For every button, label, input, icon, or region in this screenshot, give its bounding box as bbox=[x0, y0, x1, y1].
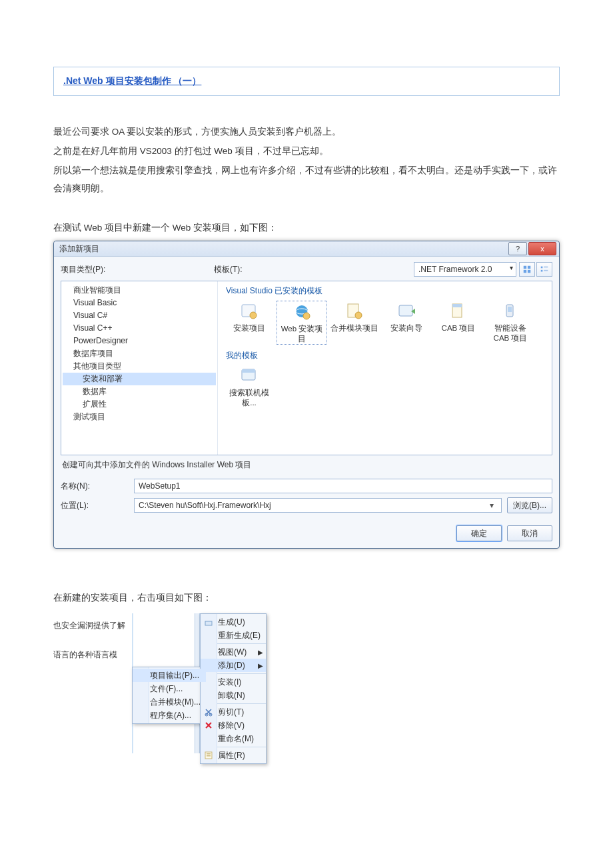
remove-icon bbox=[203, 720, 214, 731]
template-icon bbox=[396, 301, 417, 322]
my-templates-label: 我的模板 bbox=[226, 350, 546, 361]
svg-rect-18 bbox=[452, 304, 462, 307]
menu-item[interactable]: 生成(U) bbox=[201, 615, 266, 629]
svg-rect-20 bbox=[508, 307, 512, 312]
title-box: .Net Web 项目安装包制作 （一） bbox=[53, 67, 560, 96]
close-button[interactable]: x bbox=[528, 242, 556, 255]
paragraph: 在测试 Web 项目中新建一个 Web 安装项目，如下图： bbox=[53, 219, 560, 237]
template-item[interactable]: 合并模块项目 bbox=[330, 301, 379, 345]
svg-rect-4 bbox=[541, 267, 543, 269]
paragraph: 在新建的安装项目，右击项目如下图： bbox=[53, 589, 560, 607]
template-label: 模板(T): bbox=[214, 264, 414, 275]
name-label: 名称(N): bbox=[61, 481, 134, 492]
template-icon bbox=[448, 301, 469, 322]
location-combo[interactable]: C:\Steven hu\Soft\Hxj.Framework\Hxj ▾ bbox=[134, 498, 502, 513]
dialog-title: 添加新项目 bbox=[59, 243, 507, 255]
menu-item[interactable]: 添加(D)▶ bbox=[201, 659, 266, 672]
ok-button[interactable]: 确定 bbox=[456, 525, 502, 541]
tree-item[interactable]: Visual C# bbox=[63, 309, 216, 322]
svg-rect-5 bbox=[544, 267, 548, 268]
svg-point-14 bbox=[355, 312, 362, 319]
svg-rect-6 bbox=[541, 270, 543, 272]
template-icon bbox=[500, 301, 521, 322]
paragraph: 之前是在好几年前用 VS2003 的打包过 Web 项目，不过早已忘却。 bbox=[53, 142, 560, 160]
svg-rect-7 bbox=[544, 270, 548, 271]
menu-item[interactable]: 合并模块(M)... bbox=[133, 695, 206, 709]
tree-item[interactable]: 数据库 bbox=[63, 385, 216, 398]
cut-icon bbox=[203, 707, 214, 717]
svg-rect-23 bbox=[205, 621, 212, 625]
framework-combo[interactable]: .NET Framework 2.0 bbox=[414, 262, 516, 277]
template-item[interactable]: CAB 项目 bbox=[434, 301, 483, 345]
tree-item[interactable]: Visual C++ bbox=[63, 322, 216, 335]
menu-item[interactable]: 移除(V) bbox=[201, 719, 266, 732]
tree-item[interactable]: 其他项目类型 bbox=[63, 360, 216, 373]
menu-item[interactable]: 卸载(N) bbox=[201, 689, 266, 702]
template-item[interactable]: 安装项目 bbox=[225, 301, 274, 345]
dialog-titlebar[interactable]: 添加新项目 ? x bbox=[54, 241, 559, 257]
svg-rect-28 bbox=[207, 755, 211, 757]
tree-item[interactable]: 扩展性 bbox=[63, 398, 216, 411]
tree-item[interactable]: 安装和部署 bbox=[63, 373, 216, 385]
cancel-button[interactable]: 取消 bbox=[507, 525, 552, 541]
props-icon bbox=[203, 750, 214, 761]
project-type-label: 项目类型(P): bbox=[61, 264, 214, 275]
svg-rect-0 bbox=[524, 266, 526, 269]
small-icons-button[interactable] bbox=[536, 262, 552, 277]
svg-rect-1 bbox=[528, 266, 530, 269]
tree-item[interactable]: PowerDesigner bbox=[63, 335, 216, 347]
paragraph: 所以第一个想法就是使用搜索引擎查找，网上也有许多介绍，不过有些讲的比较粗，看不太… bbox=[53, 161, 560, 197]
chevron-right-icon: ▶ bbox=[258, 649, 263, 656]
background-text: 也安全漏洞提供了解 bbox=[53, 616, 132, 635]
svg-point-9 bbox=[250, 312, 257, 319]
template-item-search-online[interactable]: 搜索联机模板... bbox=[225, 365, 274, 408]
tree-item[interactable]: 测试项目 bbox=[63, 411, 216, 423]
menu-item[interactable]: 剪切(T) bbox=[201, 705, 266, 719]
template-description: 创建可向其中添加文件的 Windows Installer Web 项目 bbox=[61, 455, 552, 475]
svg-rect-15 bbox=[399, 305, 412, 316]
context-menu-figure: 也安全漏洞提供了解 语言的各种语言模 项目输出(P)... 文件(F)... 合… bbox=[53, 613, 560, 764]
template-item[interactable]: 安装向导 bbox=[382, 301, 431, 345]
installed-templates-label: Visual Studio 已安装的模板 bbox=[226, 285, 546, 297]
tree-item[interactable]: 数据库项目 bbox=[63, 347, 216, 360]
menu-item[interactable]: 文件(F)... bbox=[133, 682, 206, 695]
template-item[interactable]: 智能设备 CAB 项目 bbox=[486, 301, 535, 345]
add-project-dialog: 添加新项目 ? x 项目类型(P): 模板(T): .NET Framework… bbox=[53, 241, 560, 549]
svg-rect-27 bbox=[207, 753, 211, 755]
add-submenu[interactable]: 项目输出(P)... 文件(F)... 合并模块(M)... 程序集(A)... bbox=[132, 667, 207, 724]
background-text: 语言的各种语言模 bbox=[53, 645, 132, 664]
svg-rect-2 bbox=[524, 270, 526, 273]
location-label: 位置(L): bbox=[61, 500, 134, 511]
large-icons-button[interactable] bbox=[519, 262, 535, 277]
paragraph: 最近公司要求 OA 要以安装的形式，方便实施人员安装到客户机器上。 bbox=[53, 123, 560, 141]
chevron-right-icon: ▶ bbox=[258, 662, 263, 669]
browse-button[interactable]: 浏览(B)... bbox=[507, 497, 552, 513]
menu-item[interactable]: 重新生成(E) bbox=[201, 629, 266, 642]
build-icon bbox=[203, 617, 214, 627]
template-icon bbox=[291, 301, 312, 323]
menu-item[interactable]: 属性(R) bbox=[201, 749, 266, 762]
tree-item[interactable]: 商业智能项目 bbox=[63, 284, 216, 297]
project-type-tree[interactable]: 商业智能项目Visual BasicVisual C#Visual C++Pow… bbox=[61, 281, 218, 455]
svg-rect-3 bbox=[528, 270, 530, 273]
name-input[interactable]: WebSetup1 bbox=[134, 479, 552, 493]
menu-item[interactable]: 安装(I) bbox=[201, 675, 266, 689]
menu-item[interactable]: 视图(W)▶ bbox=[201, 645, 266, 659]
svg-rect-22 bbox=[242, 369, 255, 373]
article-title-link[interactable]: .Net Web 项目安装包制作 （一） bbox=[63, 75, 201, 86]
template-icon bbox=[344, 301, 365, 322]
menu-item[interactable]: 重命名(M) bbox=[201, 732, 266, 745]
tree-item[interactable]: Visual Basic bbox=[63, 297, 216, 309]
context-menu[interactable]: 生成(U)重新生成(E)视图(W)▶添加(D)▶安装(I)卸载(N)剪切(T)移… bbox=[200, 613, 267, 764]
menu-item[interactable]: 项目输出(P)... bbox=[133, 669, 206, 682]
search-online-icon bbox=[239, 365, 260, 387]
template-icon bbox=[239, 301, 260, 322]
menu-item[interactable]: 程序集(A)... bbox=[133, 709, 206, 722]
chevron-down-icon: ▾ bbox=[486, 501, 497, 510]
help-button[interactable]: ? bbox=[508, 242, 527, 255]
template-item[interactable]: Web 安装项目 bbox=[277, 301, 327, 345]
svg-point-12 bbox=[303, 313, 310, 319]
